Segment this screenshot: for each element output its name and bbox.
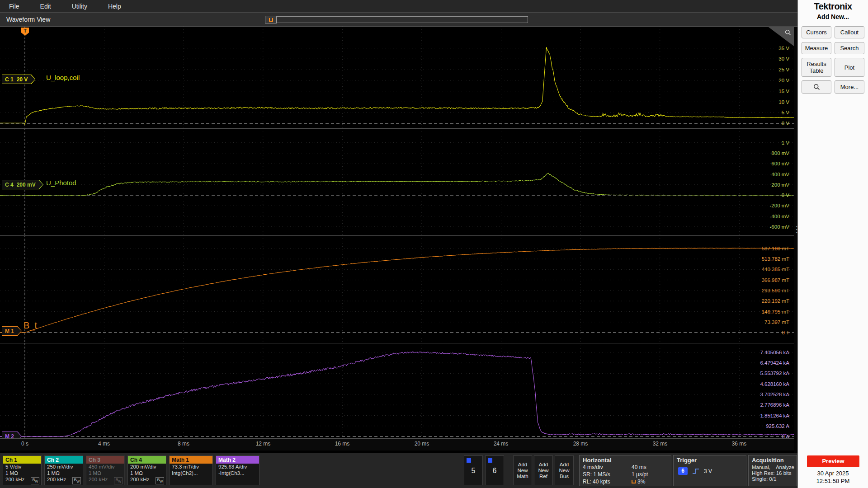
- channel-4-badge-name: C 4: [5, 182, 14, 188]
- channel-1-trace-label[interactable]: U_loop,coil: [46, 74, 80, 81]
- tektronix-logo: Tektronix: [798, 1, 868, 12]
- ref-label: Ref: [539, 474, 547, 479]
- channel-5-button[interactable]: 5: [464, 455, 483, 485]
- channel-6-indicator: [488, 458, 492, 463]
- x-axis-tick-label: 20 ms: [408, 441, 435, 447]
- channel-4-badge-scale: 200 mV: [17, 182, 36, 188]
- trigger-panel[interactable]: Trigger 6 3 V: [673, 455, 746, 486]
- y-axis-tick-label: 20 V: [778, 78, 789, 83]
- channel-6-button[interactable]: 6: [485, 455, 504, 485]
- horizontal-scale: 4 ms/div: [583, 464, 632, 470]
- trace-ch4: [0, 173, 794, 195]
- y-axis-tick-label: 5.553792 kA: [760, 371, 789, 376]
- settings-badge-ch-2[interactable]: Ch 2250 mV/div1 MΩ200 kHzBW: [44, 455, 83, 485]
- right-panel: Tektronix Add New... Cursors Callout Mea…: [797, 0, 868, 488]
- plot-button[interactable]: Plot: [835, 58, 864, 77]
- badge-detail: 450 mV/div: [86, 464, 124, 470]
- results-table-button[interactable]: Results Table: [802, 58, 831, 77]
- badge-detail: 200 kHzBW: [45, 476, 83, 483]
- waveform-panel-ch1[interactable]: 35 V30 V25 V20 V15 V10 V5 V0 V: [0, 27, 794, 128]
- trigger-title: Trigger: [674, 455, 746, 464]
- x-axis-tick-label: 32 ms: [646, 441, 674, 447]
- menu-file[interactable]: File: [9, 3, 19, 10]
- add-new-bus-button[interactable]: Add New Bus: [555, 455, 574, 485]
- settings-badge-ch-3[interactable]: Ch 3450 mV/div1 MΩ200 kHzBW: [86, 455, 125, 485]
- channel-1-badge-name: C 1: [5, 76, 14, 83]
- menu-edit[interactable]: Edit: [40, 3, 51, 10]
- add-new-math-button[interactable]: Add New Math: [513, 455, 532, 485]
- menu-bar: File Edit Utility Help: [0, 0, 797, 12]
- badge-detail: 1 MΩ: [86, 470, 124, 476]
- settings-badge-math-1[interactable]: Math 173.3 mT/divIntg(Ch2)...: [169, 455, 213, 485]
- settings-badge-ch-4[interactable]: Ch 4200 mV/div1 MΩ200 kHzBW: [127, 455, 166, 485]
- panel-separator: [0, 235, 794, 236]
- y-axis-tick-label: 440.385 mT: [762, 267, 789, 272]
- y-axis-tick-label: 200 mV: [771, 182, 789, 188]
- y-axis-tick-label: 2.776896 kA: [760, 402, 789, 408]
- panel-separator: [0, 343, 794, 343]
- y-axis-tick-label: 0 A: [782, 434, 789, 438]
- add-label: Add: [518, 462, 527, 468]
- channel-1-handle[interactable]: C 1 20 V: [2, 75, 35, 84]
- acquisition-panel[interactable]: Acquisition Manual, Analyze High Res: 16…: [748, 455, 797, 486]
- right-panel-buttons: Cursors Callout Measure Search Results T…: [802, 26, 864, 94]
- x-axis: 0 s4 ms8 ms12 ms16 ms20 ms24 ms28 ms32 m…: [0, 438, 794, 450]
- y-axis-tick-label: 400 mV: [771, 172, 789, 177]
- badge-detail: Intg(Ch2)...: [170, 470, 212, 476]
- badge-detail: 1 MΩ: [45, 470, 83, 476]
- settings-badge-ch-1[interactable]: Ch 15 V/div1 MΩ200 kHzBW: [3, 455, 42, 485]
- y-axis-tick-label: 1.851264 kA: [760, 413, 789, 418]
- waveform-panel-math2[interactable]: 7.405056 kA6.479424 kA5.553792 kA4.62816…: [0, 343, 794, 438]
- y-axis-tick-label: 15 V: [778, 89, 789, 94]
- badge-detail: 73.3 mT/div: [170, 464, 212, 470]
- waveform-panel-math1[interactable]: 587.180 mT513.782 mT440.385 mT366.987 mT…: [0, 235, 794, 343]
- search-button[interactable]: Search: [835, 42, 864, 54]
- menu-utility[interactable]: Utility: [72, 3, 87, 10]
- bandwidth-limit-icon: BW: [72, 477, 81, 484]
- zoom-button[interactable]: [802, 80, 831, 94]
- acquisition-count: Single: 0/1: [752, 476, 776, 482]
- badge-title: Ch 3: [86, 456, 124, 464]
- channel-4-handle[interactable]: C 4 200 mV: [2, 180, 43, 189]
- panel-separator: [0, 128, 794, 129]
- magnifier-icon: [813, 83, 821, 91]
- callout-button[interactable]: Callout: [835, 26, 864, 38]
- y-axis-tick-label: -400 mV: [770, 214, 790, 219]
- settings-bar: Ch 15 V/div1 MΩ200 kHzBWCh 2250 mV/div1 …: [0, 453, 797, 488]
- cursors-button[interactable]: Cursors: [802, 26, 831, 38]
- y-axis-tick-label: 6.479424 kA: [760, 360, 789, 366]
- badge-detail: 200 mV/div: [128, 464, 166, 470]
- y-axis-tick-label: 25 V: [778, 67, 789, 72]
- waveform-plot-area[interactable]: 7.405056 kA6.479424 kA5.553792 kA4.62816…: [0, 27, 794, 453]
- measure-button[interactable]: Measure: [802, 42, 831, 54]
- acquisition-title: Acquisition: [749, 455, 797, 464]
- channel-1-badge-scale: 20 V: [17, 76, 28, 83]
- add-label: Add: [539, 462, 548, 468]
- menu-help[interactable]: Help: [108, 3, 121, 10]
- badge-detail: 200 kHzBW: [128, 476, 166, 483]
- oscilloscope-app: File Edit Utility Help Waveform View 7.4…: [0, 0, 868, 488]
- preview-button[interactable]: Preview: [807, 455, 859, 467]
- add-new-ref-button[interactable]: Add New Ref: [534, 455, 553, 485]
- horizontal-panel[interactable]: Horizontal 4 ms/div 40 ms SR: 1 MS/s 1 µ…: [579, 455, 671, 486]
- x-axis-tick-label: 28 ms: [567, 441, 594, 447]
- math-1-badge-name: M 1: [5, 328, 14, 334]
- badge-detail: 200 kHzBW: [86, 476, 124, 483]
- more-button[interactable]: More...: [835, 80, 864, 94]
- horizontal-zoom-scrollbar[interactable]: [277, 16, 528, 23]
- math-1-handle[interactable]: M 1: [2, 326, 22, 336]
- new-label: New: [538, 468, 548, 474]
- horizontal-position-icon: [269, 18, 273, 22]
- settings-badge-math-2[interactable]: Math 2925.63 A/div-Intg(Ch3...: [216, 455, 259, 485]
- horizontal-scrollbar-handle[interactable]: [265, 16, 277, 23]
- waveform-view-window: Waveform View 7.405056 kA6.479424 kA5.55…: [0, 12, 797, 453]
- math-1-trace-label[interactable]: B_t: [24, 320, 37, 331]
- waveform-panel-ch4[interactable]: 1 V800 mV600 mV400 mV200 mV0 V-200 mV-40…: [0, 128, 794, 235]
- y-axis-tick-label: 5 V: [782, 110, 790, 115]
- trigger-source-badge[interactable]: 6: [678, 467, 688, 475]
- horizontal-position-value: 3%: [637, 479, 645, 485]
- horizontal-position: 3%: [632, 479, 668, 485]
- bandwidth-limit-icon: BW: [114, 477, 123, 484]
- add-label: Add: [560, 462, 569, 468]
- channel-4-trace-label[interactable]: U_Photod: [46, 179, 76, 187]
